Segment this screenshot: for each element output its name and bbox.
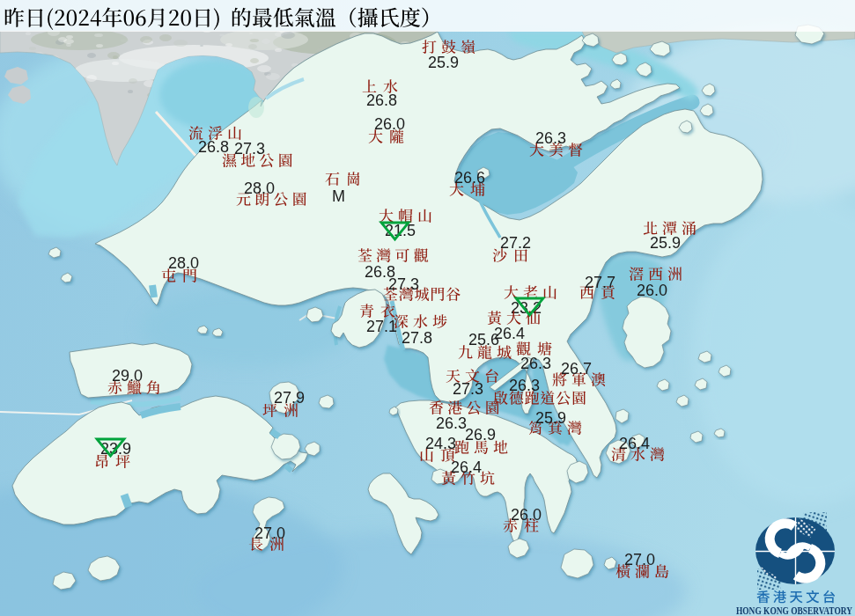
svg-text:26.4: 26.4: [451, 458, 482, 476]
svg-text:26.3: 26.3: [535, 129, 566, 147]
svg-text:26.9: 26.9: [465, 426, 496, 444]
svg-text:26.0: 26.0: [637, 282, 667, 299]
svg-text:27.8: 27.8: [402, 329, 432, 347]
svg-text:26.4: 26.4: [619, 435, 650, 452]
svg-text:25.9: 25.9: [428, 54, 459, 71]
svg-text:26.7: 26.7: [561, 360, 592, 378]
svg-text:28.0: 28.0: [244, 180, 275, 197]
svg-text:28.0: 28.0: [168, 254, 199, 272]
svg-text:27.0: 27.0: [254, 524, 285, 542]
svg-text:27.1: 27.1: [366, 318, 397, 335]
svg-text:27.3: 27.3: [234, 140, 265, 158]
svg-text:25.6: 25.6: [468, 331, 499, 348]
svg-text:26.3: 26.3: [436, 414, 467, 432]
svg-text:26.3: 26.3: [520, 355, 551, 372]
svg-text:26.0: 26.0: [374, 115, 405, 133]
svg-text:M: M: [332, 187, 345, 205]
svg-text:24.3: 24.3: [425, 435, 456, 452]
svg-text:26.6: 26.6: [454, 169, 485, 187]
svg-text:25.9: 25.9: [650, 234, 681, 252]
svg-text:26.8: 26.8: [366, 92, 397, 109]
svg-text:27.3: 27.3: [388, 275, 419, 293]
svg-text:27.9: 27.9: [274, 389, 305, 407]
svg-text:26.0: 26.0: [511, 506, 542, 524]
svg-text:27.7: 27.7: [585, 274, 615, 291]
svg-text:27.2: 27.2: [500, 234, 531, 252]
svg-text:27.3: 27.3: [453, 380, 483, 398]
svg-text:25.9: 25.9: [535, 409, 566, 427]
svg-text:26.8: 26.8: [198, 138, 229, 156]
svg-text:29.0: 29.0: [112, 367, 143, 385]
svg-text:26.3: 26.3: [509, 377, 540, 394]
svg-text:27.0: 27.0: [624, 551, 655, 568]
svg-text:HONG KONG OBSERVATORY: HONG KONG OBSERVATORY: [736, 604, 852, 616]
svg-text:21.5: 21.5: [385, 222, 416, 239]
